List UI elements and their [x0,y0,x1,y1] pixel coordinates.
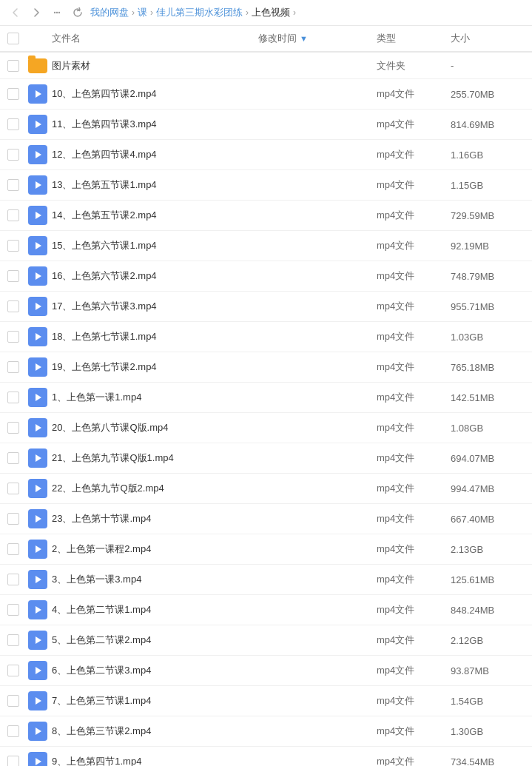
row-checkbox[interactable] [7,392,19,403]
table-row[interactable]: 22、上色第九节Q版2.mp4mp4文件994.47MB [0,474,532,504]
row-checkbox[interactable] [7,695,19,707]
file-name[interactable]: 1、上色第一课1.mp4 [52,391,258,404]
row-checkbox[interactable] [7,574,19,585]
table-row[interactable]: 13、上色第五节课1.mp4mp4文件1.15GB [0,170,532,201]
row-checkbox[interactable] [7,270,19,282]
header-name[interactable]: 文件名 [52,32,258,45]
row-checkbox[interactable] [7,513,19,525]
table-row[interactable]: 23、上色第十节课.mp4mp4文件667.40MB [0,504,532,534]
table-row[interactable]: 19、上色第七节课2.mp4mp4文件765.18MB [0,352,532,383]
table-row[interactable]: 7、上色第三节课1.mp4mp4文件1.54GB [0,686,532,716]
file-name[interactable]: 7、上色第三节课1.mp4 [52,694,258,708]
file-name[interactable]: 3、上色第一课3.mp4 [52,573,258,586]
header-type[interactable]: 类型 [377,32,451,45]
file-name[interactable]: 5、上色第二节课2.mp4 [52,634,258,647]
file-name[interactable]: 11、上色第四节课3.mp4 [52,118,258,131]
table-row[interactable]: 8、上色第三节课2.mp4mp4文件1.30GB [0,716,532,747]
file-name[interactable]: 17、上色第六节课3.mp4 [52,300,258,313]
row-checkbox[interactable] [7,209,19,221]
file-name[interactable]: 9、上色第四节1.mp4 [52,755,258,766]
file-list: 图片素材文件夹-10、上色第四节课2.mp4mp4文件255.70MB11、上色… [0,53,532,766]
file-name[interactable]: 20、上色第八节课Q版.mp4 [52,421,258,434]
table-row[interactable]: 6、上色第二节课3.mp4mp4文件93.87MB [0,656,532,686]
table-row[interactable]: 12、上色第四节课4.mp4mp4文件1.16GB [0,140,532,170]
file-name[interactable]: 12、上色第四节课4.mp4 [52,148,258,161]
breadcrumb-course[interactable]: 课 [138,6,147,19]
file-name[interactable]: 18、上色第七节课1.mp4 [52,330,258,343]
table-row[interactable]: 10、上色第四节课2.mp4mp4文件255.70MB [0,79,532,110]
row-checkbox[interactable] [7,240,19,252]
file-name[interactable]: 10、上色第四节课2.mp4 [52,87,258,101]
file-type: mp4文件 [377,239,451,252]
header-modified[interactable]: 修改时间 ▼ [258,32,377,45]
file-name[interactable]: 14、上色第五节课2.mp4 [52,209,258,222]
table-row[interactable]: 20、上色第八节课Q版.mp4mp4文件1.08GB [0,413,532,443]
row-checkbox[interactable] [7,756,19,766]
table-row[interactable]: 11、上色第四节课3.mp4mp4文件814.69MB [0,110,532,140]
file-name[interactable]: 15、上色第六节课1.mp4 [52,239,258,252]
file-type: mp4文件 [377,755,451,766]
header-checkbox-col [7,33,28,44]
row-checkbox-col [7,88,28,100]
svg-point-2 [58,12,60,13]
file-name[interactable]: 13、上色第五节课1.mp4 [52,178,258,192]
table-row[interactable]: 5、上色第二节课2.mp4mp4文件2.12GB [0,625,532,656]
file-size: 848.24MB [451,605,525,616]
row-checkbox[interactable] [7,665,19,676]
row-checkbox[interactable] [7,483,19,494]
file-size: 814.69MB [451,119,525,130]
row-checkbox[interactable] [7,604,19,616]
row-checkbox[interactable] [7,118,19,130]
table-row[interactable]: 4、上色第二节课1.mp4mp4文件848.24MB [0,595,532,625]
table-row[interactable]: 9、上色第四节1.mp4mp4文件734.54MB [0,747,532,766]
breadcrumb-jiaer[interactable]: 佳儿第三期水彩团练 [156,6,243,19]
file-size: 734.54MB [451,756,525,767]
row-checkbox[interactable] [7,331,19,343]
table-row[interactable]: 16、上色第六节课2.mp4mp4文件748.79MB [0,261,532,292]
table-row[interactable]: 1、上色第一课1.mp4mp4文件142.51MB [0,383,532,413]
video-icon [28,236,47,255]
row-checkbox[interactable] [7,634,19,646]
file-name[interactable]: 23、上色第十节课.mp4 [52,512,258,525]
file-name[interactable]: 16、上色第六节课2.mp4 [52,269,258,283]
row-checkbox-col [7,179,28,191]
row-checkbox[interactable] [7,725,19,737]
table-row[interactable]: 17、上色第六节课3.mp4mp4文件955.71MB [0,292,532,322]
forward-button[interactable] [28,4,44,21]
file-type: 文件夹 [377,59,451,73]
table-row[interactable]: 图片素材文件夹- [0,53,532,79]
row-checkbox-col [7,634,28,646]
refresh-button[interactable] [70,4,86,21]
more-button[interactable] [49,4,65,21]
file-name[interactable]: 8、上色第三节课2.mp4 [52,725,258,738]
row-checkbox[interactable] [7,60,19,72]
file-name[interactable]: 22、上色第九节Q版2.mp4 [52,482,258,495]
play-icon [36,515,41,523]
file-size: 729.59MB [451,210,525,221]
select-all-checkbox[interactable] [7,33,19,44]
header-size[interactable]: 大小 [451,32,525,45]
table-row[interactable]: 2、上色第一课程2.mp4mp4文件2.13GB [0,534,532,565]
file-name[interactable]: 6、上色第二节课3.mp4 [52,664,258,677]
breadcrumb-mydisk[interactable]: 我的网盘 [90,6,129,19]
row-checkbox[interactable] [7,422,19,434]
back-button[interactable] [7,4,24,21]
table-row[interactable]: 3、上色第一课3.mp4mp4文件125.61MB [0,565,532,595]
file-name[interactable]: 19、上色第七节课2.mp4 [52,360,258,374]
breadcrumb-sep-2: › [150,7,153,18]
row-checkbox[interactable] [7,88,19,100]
table-row[interactable]: 15、上色第六节课1.mp4mp4文件92.19MB [0,231,532,261]
row-checkbox[interactable] [7,543,19,555]
file-name[interactable]: 2、上色第一课程2.mp4 [52,542,258,556]
file-name[interactable]: 4、上色第二节课1.mp4 [52,603,258,617]
file-name[interactable]: 21、上色第九节课Q版1.mp4 [52,451,258,465]
row-checkbox[interactable] [7,452,19,464]
file-name[interactable]: 图片素材 [52,59,258,73]
table-row[interactable]: 14、上色第五节课2.mp4mp4文件729.59MB [0,201,532,231]
table-row[interactable]: 21、上色第九节课Q版1.mp4mp4文件694.07MB [0,443,532,474]
table-row[interactable]: 18、上色第七节课1.mp4mp4文件1.03GB [0,322,532,352]
row-checkbox[interactable] [7,361,19,373]
row-checkbox[interactable] [7,300,19,312]
row-checkbox[interactable] [7,179,19,191]
row-checkbox[interactable] [7,149,19,161]
